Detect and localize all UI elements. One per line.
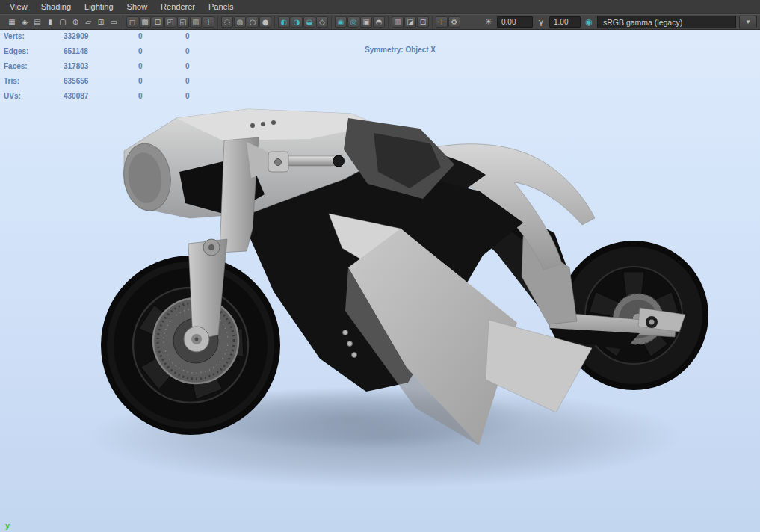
field-chart-icon[interactable]: ⊟ [152,16,164,28]
viewport[interactable]: Verts:33290900Edges:65114800Faces:317803… [0,30,760,532]
backface-culling-icon[interactable]: ◪ [404,16,416,28]
hud-stats: Verts:33290900Edges:65114800Faces:317803… [4,32,223,107]
two-d-pan-zoom-icon[interactable]: ⊕ [69,16,81,28]
toolbar-icon-groups: ▦◈▤▮▢⊕▱⊞▭◻▩⊟◰◱▥+◌◍○●◐◑◒◇◉◎▣◓▥◪⊡+⚙ [3,16,463,28]
exposure-icon: ☀ [484,17,494,27]
hud-label: Tris: [4,77,64,92]
hud-label: Faces: [4,62,64,77]
toolbar-group-2: ◻▩⊟◰◱▥+ [123,16,218,28]
toolbar-group-1: ▦◈▤▮▢⊕▱⊞▭ [3,16,123,28]
view-transform-dropdown[interactable]: sRGB gamma (legacy) [597,16,736,28]
anti-aliasing-icon[interactable]: ◒ [303,16,315,28]
hud-row: Edges:65114800 [4,47,223,62]
panel-toolbar: ▦◈▤▮▢⊕▱⊞▭◻▩⊟◰◱▥+◌◍○●◐◑◒◇◉◎▣◓▥◪⊡+⚙ ☀ 0.00… [0,14,760,30]
hud-row: UVs:43008700 [4,92,223,107]
plugin-objects-icon[interactable]: + [436,16,448,28]
hud-col3: 0 [185,32,223,47]
gate-mask-icon[interactable]: ▩ [139,16,151,28]
wireframe-icon[interactable]: ◇ [316,16,328,28]
hud-col2: 0 [138,77,185,92]
safe-action-icon[interactable]: ◰ [164,16,176,28]
hud-col2: 0 [138,47,185,62]
gamma-field[interactable]: 1.00 [549,16,581,28]
ambient-occlusion-icon[interactable]: ◑ [291,16,303,28]
hud-row: Tris:63565600 [4,77,223,92]
select-camera-icon[interactable]: ▦ [6,16,18,28]
lock-camera-icon[interactable]: ◈ [19,16,31,28]
toolbar-fields: ☀ 0.00 γ 1.00 ◉ sRGB gamma (legacy) ▼ [484,16,757,28]
toolbar-group-6: ▥◪⊡ [389,16,433,28]
default-lighting-icon[interactable]: ◌ [221,16,233,28]
menu-shading[interactable]: Shading [34,1,78,13]
color-management-icon[interactable]: ◉ [584,17,594,27]
hud-value: 317803 [64,62,138,77]
smooth-shade-icon[interactable]: ◉ [335,16,347,28]
maya-viewport-panel: ViewShadingLightingShowRendererPanels ▦◈… [0,0,760,532]
toolbar-group-7: +⚙ [433,16,463,28]
menu-renderer[interactable]: Renderer [154,1,202,13]
hud-label: Verts: [4,32,64,47]
safe-title-icon[interactable]: ◱ [177,16,189,28]
hud-col2: 0 [138,62,185,77]
hud-col3: 0 [185,92,223,107]
menu-panels[interactable]: Panels [202,1,241,13]
hud-value: 651148 [64,47,138,62]
bookmark-view-icon[interactable]: ▮ [44,16,56,28]
hud-col2: 0 [138,92,185,107]
gamma-icon: γ [536,17,546,27]
no-lights-icon[interactable]: ● [259,16,271,28]
exposure-field[interactable]: 0.00 [497,16,533,28]
resolution-gate-icon[interactable]: ◻ [126,16,138,28]
toolbar-group-5: ◉◎▣◓ [332,16,389,28]
y-axis-label: y [5,521,10,530]
menu-lighting[interactable]: Lighting [78,1,120,13]
hud-col2: 0 [138,32,185,47]
hud-value: 635656 [64,77,138,92]
toolbar-group-3: ◌◍○● [218,16,275,28]
toolbar-group-4: ◐◑◒◇ [275,16,332,28]
hud-row: Faces:31780300 [4,62,223,77]
hud-col3: 0 [185,62,223,77]
viewport-renderer-icon[interactable]: ⚙ [448,16,460,28]
axis-display-icon[interactable]: + [203,16,214,28]
xray-icon[interactable]: ▥ [392,16,404,28]
camera-names-icon[interactable]: ▥ [190,16,202,28]
grid-toggle-icon[interactable]: ⊞ [95,16,107,28]
use-all-lights-icon[interactable]: ◓ [373,16,385,28]
menu-bar: ViewShadingLightingShowRendererPanels [0,0,760,14]
hud-col3: 0 [185,77,223,92]
flat-lighting-icon[interactable]: ○ [247,16,259,28]
camera-attributes-icon[interactable]: ▤ [31,16,43,28]
menu-view[interactable]: View [3,1,34,13]
isolate-select-icon[interactable]: ⊡ [417,16,429,28]
hud-value: 332909 [64,32,138,47]
view-transform-value: sRGB gamma (legacy) [603,18,682,27]
hud-col3: 0 [185,47,223,62]
grease-pencil-icon[interactable]: ▱ [82,16,94,28]
symmetry-indicator: Symmetry: Object X [365,46,436,54]
menu-show[interactable]: Show [120,1,155,13]
hud-label: UVs: [4,92,64,107]
textured-icon[interactable]: ▣ [360,16,372,28]
hud-value: 430087 [64,92,138,107]
image-plane-icon[interactable]: ▢ [57,16,69,28]
hud-row: Verts:33290900 [4,32,223,47]
chevron-down-icon[interactable]: ▼ [739,16,757,28]
all-lights-icon[interactable]: ◍ [234,16,246,28]
shadows-icon[interactable]: ◐ [278,16,290,28]
wireframe-on-shaded-icon[interactable]: ◎ [347,16,359,28]
hud-label: Edges: [4,47,64,62]
film-gate-icon[interactable]: ▭ [108,16,120,28]
